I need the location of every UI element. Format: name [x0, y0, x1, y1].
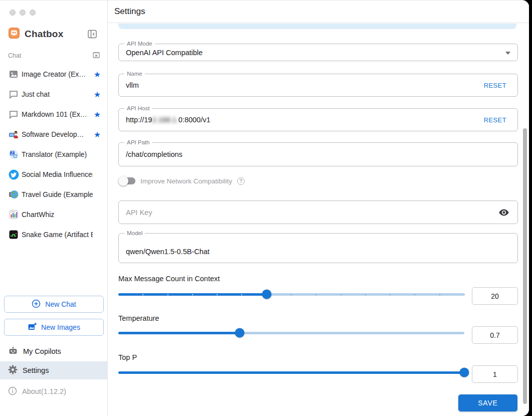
window-close-button[interactable] — [10, 10, 16, 16]
chat-item-label: Just chat — [22, 90, 50, 98]
favorite-star-icon[interactable]: ★ — [94, 110, 101, 119]
max-message-count-label: Max Message Count in Context — [118, 275, 220, 283]
sidebar-item-about[interactable]: About(1.12.2) — [0, 382, 108, 400]
max-message-count-input[interactable] — [472, 287, 518, 305]
chat-item-snake-game[interactable]: Snake Game (Artifact E… — [0, 225, 108, 245]
name-label: Name — [124, 70, 145, 78]
api-mode-select[interactable]: API Mode OpenAI API Compatible — [118, 44, 518, 61]
api-host-label: API Host — [124, 105, 152, 112]
api-host-value: http://192.168.1.0:8000/v1 — [126, 116, 211, 124]
app-window: Chatbox Chat — [0, 0, 529, 416]
sidebar-item-settings[interactable]: Settings — [0, 361, 108, 379]
api-path-value: /chat/completions — [126, 150, 183, 158]
api-path-field[interactable]: API Path /chat/completions — [118, 142, 518, 166]
api-mode-label: API Mode — [124, 40, 155, 48]
chat-item-label: Social Media Influencer … — [22, 170, 93, 178]
slider-fill — [118, 332, 240, 334]
help-icon[interactable]: ? — [237, 177, 245, 185]
top-p-label: Top P — [118, 353, 137, 361]
model-label: Model — [124, 230, 145, 237]
chevron-down-icon — [505, 52, 510, 55]
name-field[interactable]: Name vllm RESET — [118, 74, 518, 97]
api-host-field[interactable]: API Host http://192.168.1.0:8000/v1 RESE… — [118, 108, 518, 131]
gear-icon — [8, 365, 18, 376]
model-value: qwen/Qwen1.5-0.5B-Chat — [126, 248, 210, 256]
top-p-input[interactable] — [472, 365, 518, 383]
chat-item-markdown-101[interactable]: Markdown 101 (Ex… ★ — [0, 104, 108, 124]
settings-header: Settings — [108, 1, 529, 23]
chat-section-label: Chat — [8, 52, 21, 59]
chat-item-chartwhiz[interactable]: ChartWhiz — [0, 204, 108, 225]
chat-list: Image Creator (Ex… ★ Just chat ★ Markdow… — [0, 64, 108, 245]
chat-bubble-icon — [8, 89, 19, 100]
twitter-icon — [8, 169, 19, 180]
collapse-sidebar-icon[interactable] — [86, 28, 98, 40]
chat-item-label: ChartWhiz — [22, 211, 54, 219]
chat-item-just-chat[interactable]: Just chat ★ — [0, 84, 108, 104]
chat-item-social-media-influencer[interactable]: Social Media Influencer … — [0, 164, 108, 184]
favorite-star-icon[interactable]: ★ — [94, 90, 101, 99]
max-message-count-slider[interactable] — [118, 289, 464, 299]
plus-circle-icon — [32, 299, 41, 310]
new-images-label: New Images — [41, 323, 80, 331]
globe-icon — [8, 189, 19, 200]
chat-item-translator[interactable]: ZA Translator (Example) — [0, 144, 108, 164]
slider-thumb[interactable] — [262, 290, 271, 299]
name-reset-button[interactable]: RESET — [484, 82, 506, 89]
network-compatibility-toggle[interactable] — [118, 176, 135, 186]
api-path-label: API Path — [124, 139, 152, 146]
network-compatibility-label: Improve Network Compatibility — [140, 177, 232, 185]
snake-icon — [8, 229, 19, 240]
show-password-eye-icon[interactable] — [498, 207, 509, 218]
page-title: Settings — [114, 7, 145, 17]
window-zoom-button[interactable] — [30, 10, 36, 16]
temperature-label: Temperature — [118, 314, 159, 322]
chat-item-travel-guide[interactable]: Travel Guide (Example) — [0, 184, 108, 204]
developer-icon — [8, 129, 19, 140]
api-key-field[interactable]: API Key — [118, 200, 518, 224]
about-label: About(1.12.2) — [22, 387, 66, 395]
sidebar: Chatbox Chat — [0, 1, 108, 416]
chart-icon — [8, 209, 19, 220]
chat-item-image-creator[interactable]: Image Creator (Ex… ★ — [0, 64, 108, 84]
window-minimize-button[interactable] — [20, 10, 26, 16]
new-chat-label: New Chat — [45, 300, 76, 308]
brand-row: Chatbox — [8, 28, 100, 41]
model-field[interactable]: Model qwen/Qwen1.5-0.5B-Chat — [118, 233, 518, 263]
new-images-button[interactable]: New Images — [4, 319, 104, 336]
new-image-icon — [28, 322, 37, 333]
chat-bubble-icon — [8, 109, 19, 120]
chat-item-label: Markdown 101 (Ex… — [22, 110, 87, 118]
translator-icon: ZA — [8, 149, 19, 160]
redacted-text: 2.168.1. — [152, 116, 178, 124]
info-icon — [8, 386, 17, 397]
slider-fill — [118, 371, 464, 374]
name-value: vllm — [126, 81, 139, 89]
temperature-input[interactable] — [472, 326, 518, 344]
archive-conversations-icon[interactable] — [92, 51, 100, 61]
sidebar-item-my-copilots[interactable]: My Copilots — [0, 342, 108, 360]
network-compatibility-row: Improve Network Compatibility ? — [118, 175, 245, 186]
chat-item-software-developer[interactable]: Software Develop… ★ — [0, 124, 108, 144]
slider-thumb[interactable] — [235, 328, 244, 338]
robot-icon — [8, 346, 18, 357]
window-controls — [10, 10, 36, 16]
favorite-star-icon[interactable]: ★ — [94, 130, 101, 139]
slider-thumb[interactable] — [460, 368, 469, 377]
vertical-scrollbar[interactable] — [523, 128, 527, 404]
api-mode-value: OpenAI API Compatible — [126, 49, 203, 57]
api-host-reset-button[interactable]: RESET — [484, 116, 506, 124]
chat-item-label: Software Develop… — [22, 130, 84, 138]
top-p-slider[interactable] — [118, 367, 464, 377]
chatbox-logo-icon — [8, 27, 20, 41]
new-chat-button[interactable]: New Chat — [4, 296, 104, 313]
api-key-placeholder: API Key — [126, 209, 152, 217]
svg-text:A: A — [14, 154, 17, 158]
image-icon — [8, 69, 19, 80]
chat-item-label: Translator (Example) — [22, 150, 87, 158]
settings-panel: Settings API Mode OpenAI API Compatible … — [108, 1, 529, 416]
save-button[interactable]: SAVE — [458, 394, 517, 411]
app-title: Chatbox — [25, 29, 63, 40]
favorite-star-icon[interactable]: ★ — [94, 70, 101, 79]
temperature-slider[interactable] — [118, 328, 464, 338]
